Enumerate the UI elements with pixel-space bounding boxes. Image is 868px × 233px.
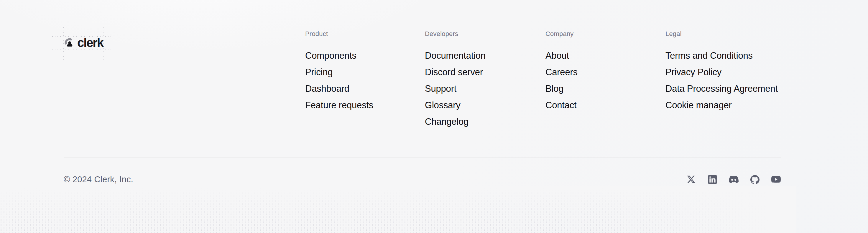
social-links bbox=[686, 174, 781, 184]
footer-column-legal: Legal Terms and Conditions Privacy Polic… bbox=[665, 29, 783, 117]
footer-link-terms: Terms and Conditions bbox=[665, 51, 783, 67]
column-link-list: About Careers Blog Contact bbox=[546, 51, 663, 117]
footer-link[interactable]: Cookie manager bbox=[665, 100, 732, 110]
footer-link[interactable]: Documentation bbox=[425, 51, 486, 61]
social-link-youtube[interactable] bbox=[771, 174, 781, 184]
footer-link-privacy: Privacy Policy bbox=[665, 67, 783, 84]
footer-link[interactable]: Data Processing Agreement bbox=[665, 84, 778, 94]
footer-link[interactable]: Support bbox=[425, 84, 456, 94]
social-link-linkedin[interactable] bbox=[707, 174, 717, 184]
social-link-discord[interactable] bbox=[728, 174, 739, 184]
footer-link[interactable]: Careers bbox=[546, 67, 578, 77]
column-title: Developers bbox=[425, 29, 543, 38]
footer-link[interactable]: Discord server bbox=[425, 67, 483, 77]
footer-link[interactable]: Terms and Conditions bbox=[665, 51, 753, 61]
footer-link[interactable]: Contact bbox=[546, 100, 577, 110]
footer-link-changelog: Changelog bbox=[425, 117, 543, 133]
footer-link[interactable]: Blog bbox=[546, 84, 563, 94]
linkedin-icon bbox=[708, 175, 717, 184]
footer-link-components: Components bbox=[305, 51, 423, 67]
footer-link-dpa: Data Processing Agreement bbox=[665, 84, 783, 100]
footer-link-contact: Contact bbox=[546, 100, 663, 117]
column-link-list: Components Pricing Dashboard Feature req… bbox=[305, 51, 423, 117]
footer-link-dashboard: Dashboard bbox=[305, 84, 423, 100]
copyright-text: © 2024 Clerk, Inc. bbox=[64, 175, 133, 184]
clerk-wordmark: clerk bbox=[77, 36, 103, 49]
social-link-github[interactable] bbox=[750, 174, 760, 184]
column-title: Product bbox=[305, 29, 423, 38]
footer-link-documentation: Documentation bbox=[425, 51, 543, 67]
discord-icon bbox=[729, 175, 739, 184]
footer-link[interactable]: Dashboard bbox=[305, 84, 349, 94]
footer-link-careers: Careers bbox=[546, 67, 663, 84]
clerk-logo-link[interactable]: clerk bbox=[64, 36, 103, 50]
clerk-mark-icon bbox=[65, 37, 74, 49]
footer-link-discord-server: Discord server bbox=[425, 67, 543, 84]
texture-fade-overlay bbox=[0, 186, 796, 233]
column-link-list: Terms and Conditions Privacy Policy Data… bbox=[665, 51, 783, 117]
footer-link-pricing: Pricing bbox=[305, 67, 423, 84]
footer-link[interactable]: Feature requests bbox=[305, 100, 373, 110]
column-link-list: Documentation Discord server Support Glo… bbox=[425, 51, 543, 133]
footer-column-product: Product Components Pricing Dashboard Fea… bbox=[305, 29, 423, 117]
footer: clerk Product Components Pricing Dashboa… bbox=[0, 0, 868, 233]
youtube-icon bbox=[771, 175, 781, 184]
footer-link-feature-requests: Feature requests bbox=[305, 100, 423, 117]
footer-link[interactable]: Changelog bbox=[425, 117, 468, 127]
footer-link-glossary: Glossary bbox=[425, 100, 543, 117]
footer-column-company: Company About Careers Blog Contact bbox=[546, 29, 663, 117]
footer-link-about: About bbox=[546, 51, 663, 67]
footer-link[interactable]: Glossary bbox=[425, 100, 461, 110]
legal-bar: © 2024 Clerk, Inc. bbox=[64, 173, 781, 185]
social-link-x[interactable] bbox=[686, 174, 696, 184]
footer-divider bbox=[64, 157, 781, 157]
github-icon bbox=[750, 175, 760, 184]
column-title: Legal bbox=[665, 29, 783, 38]
footer-link[interactable]: Pricing bbox=[305, 67, 333, 77]
footer-column-developers: Developers Documentation Discord server … bbox=[425, 29, 543, 133]
footer-link-blog: Blog bbox=[546, 84, 663, 100]
x-icon bbox=[687, 175, 695, 184]
footer-link-cookie-manager: Cookie manager bbox=[665, 100, 783, 117]
halftone-texture bbox=[0, 186, 796, 233]
footer-link[interactable]: Components bbox=[305, 51, 356, 61]
footer-link-support: Support bbox=[425, 84, 543, 100]
column-title: Company bbox=[546, 29, 663, 38]
footer-link[interactable]: Privacy Policy bbox=[665, 67, 721, 77]
footer-link[interactable]: About bbox=[546, 51, 569, 61]
